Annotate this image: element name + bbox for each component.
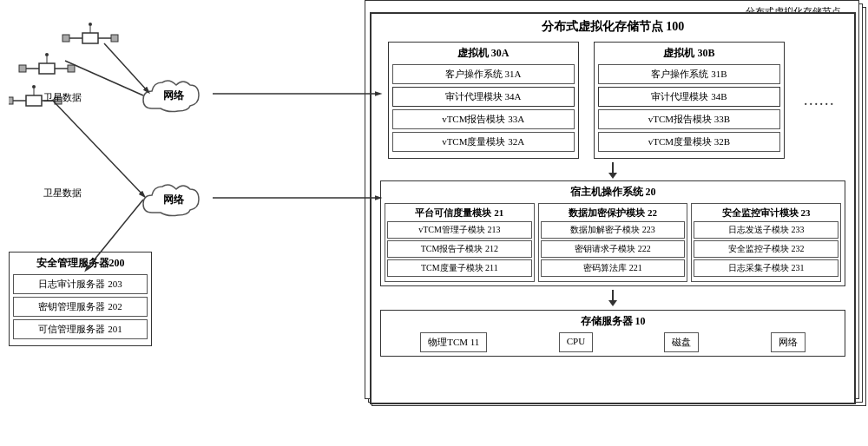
arrow-down-2: [372, 290, 854, 306]
main-node-box: 分布式虚拟化存储节点 100 虚拟机 30A 客户操作系统 31A 审计代理模块…: [370, 12, 856, 404]
vm-b-item-3: vTCM度量模块 32B: [598, 132, 780, 152]
host-module-1: 平台可信度量模块 21 vTCM管理子模块 213 TCM报告子模块 212 T…: [385, 203, 535, 282]
vm-b-item-2: vTCM报告模块 33B: [598, 109, 780, 129]
main-node-title: 分布式虚拟化存储节点 100: [372, 14, 854, 38]
vm-b-item-0: 客户操作系统 31B: [598, 64, 780, 84]
host-os-title: 宿主机操作系统 20: [385, 185, 841, 200]
host-os-box: 宿主机操作系统 20 平台可信度量模块 21 vTCM管理子模块 213 TCM…: [380, 180, 845, 286]
host-module-1-title: 平台可信度量模块 21: [387, 207, 532, 220]
storage-item-3: 网络: [771, 332, 806, 352]
network-cloud-2: 网络: [135, 174, 213, 226]
vm-a-item-2: vTCM报告模块 33A: [392, 109, 575, 129]
security-item-2: 可信管理服务器 201: [13, 319, 148, 339]
arrow-down-1: [372, 162, 854, 179]
host-module-2-item-2: 密码算法库 221: [541, 259, 686, 277]
vm-box-b: 虚拟机 30B 客户操作系统 31B 审计代理模块 34B vTCM报告模块 3…: [594, 42, 785, 159]
svg-rect-11: [68, 65, 75, 72]
svg-rect-3: [62, 35, 69, 42]
vm-a-item-3: vTCM度量模块 32A: [392, 132, 575, 152]
vm-b-item-1: 审计代理模块 34B: [598, 87, 780, 107]
security-server-box: 安全管理服务器200 日志审计服务器 203 密钥管理服务器 202 可信管理服…: [9, 252, 152, 346]
security-item-0: 日志审计服务器 203: [13, 274, 148, 294]
security-server-title: 安全管理服务器200: [13, 256, 148, 271]
svg-rect-7: [39, 63, 55, 74]
vm-b-title: 虚拟机 30B: [598, 46, 780, 61]
host-module-2: 数据加密保护模块 22 数据加解密子模块 223 密钥请求子模块 222 密码算…: [538, 203, 688, 282]
satellite-label-2: 卫星数据: [43, 187, 82, 200]
svg-rect-10: [19, 65, 26, 72]
storage-item-2: 磁盘: [664, 332, 699, 352]
host-module-2-title: 数据加密保护模块 22: [541, 207, 686, 220]
host-os-modules: 平台可信度量模块 21 vTCM管理子模块 213 TCM报告子模块 212 T…: [385, 203, 841, 282]
storage-box: 存储服务器 10 物理TCM 11 CPU 磁盘 网络: [380, 310, 845, 357]
diagram-container: 分布式虚拟化存储节点 分布式虚拟化存储节点 100 虚拟机 30A 客户操作系统…: [0, 0, 868, 446]
host-module-1-item-2: TCM度量子模块 211: [387, 259, 532, 277]
host-module-3-item-2: 日志采集子模块 231: [694, 259, 838, 277]
host-module-3: 安全监控审计模块 23 日志发送子模块 233 安全监控子模块 232 日志采集…: [691, 203, 841, 282]
network-cloud-2-label: 网络: [163, 193, 184, 207]
storage-item-0: 物理TCM 11: [420, 332, 487, 352]
vm-box-a: 虚拟机 30A 客户操作系统 31A 审计代理模块 34A vTCM报告模块 3…: [388, 42, 579, 159]
svg-point-20: [32, 85, 36, 89]
vm-a-title: 虚拟机 30A: [392, 46, 575, 61]
svg-rect-0: [82, 33, 98, 43]
vm-a-item-0: 客户操作系统 31A: [392, 64, 575, 84]
host-module-1-item-1: TCM报告子模块 212: [387, 240, 532, 258]
svg-rect-17: [9, 97, 13, 104]
storage-items: 物理TCM 11 CPU 磁盘 网络: [386, 332, 839, 352]
host-module-1-item-0: vTCM管理子模块 213: [387, 221, 532, 239]
satellite-area: [9, 17, 122, 121]
security-item-1: 密钥管理服务器 202: [13, 297, 148, 317]
vm-a-item-1: 审计代理模块 34A: [392, 87, 575, 107]
svg-rect-14: [26, 95, 42, 106]
network-cloud-1: 网络: [135, 69, 213, 121]
satellite-label-1: 卫星数据: [43, 91, 82, 104]
storage-title: 存储服务器 10: [386, 314, 839, 329]
host-module-3-title: 安全监控审计模块 23: [694, 207, 838, 220]
host-module-2-item-1: 密钥请求子模块 222: [541, 240, 686, 258]
host-module-2-item-0: 数据加解密子模块 223: [541, 221, 686, 239]
storage-item-1: CPU: [559, 332, 593, 352]
vm-row: 虚拟机 30A 客户操作系统 31A 审计代理模块 34A vTCM报告模块 3…: [372, 42, 854, 159]
network-cloud-1-label: 网络: [163, 89, 184, 103]
host-module-3-item-0: 日志发送子模块 233: [694, 221, 838, 239]
vm-ellipsis: ……: [799, 42, 838, 159]
svg-point-13: [45, 53, 49, 56]
svg-rect-4: [111, 35, 118, 42]
host-module-3-item-1: 安全监控子模块 232: [694, 240, 838, 258]
svg-point-6: [89, 23, 92, 26]
